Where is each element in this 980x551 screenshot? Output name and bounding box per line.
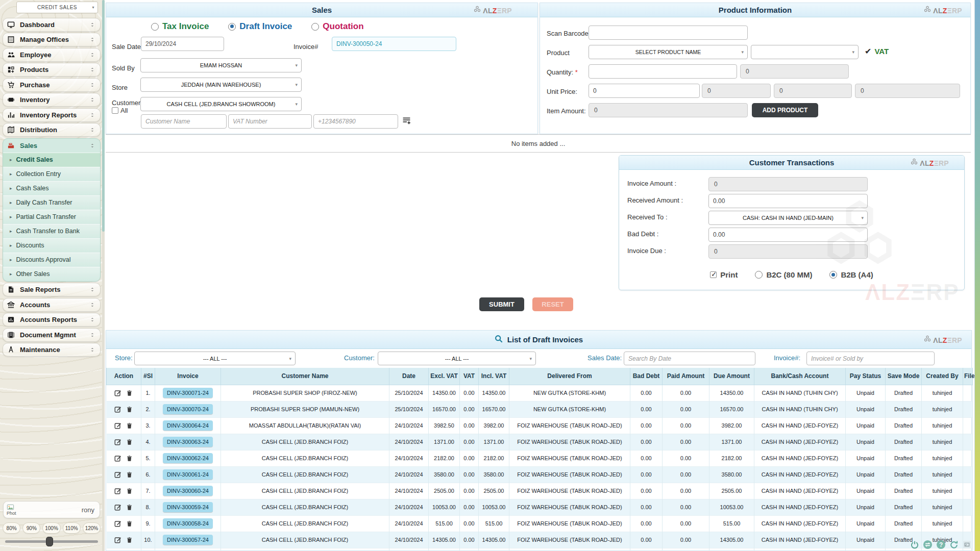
invoice-chip[interactable]: DINV-300061-24 xyxy=(163,469,213,480)
invoice-chip[interactable]: DINV-300057-24 xyxy=(163,535,213,545)
invoice-type-quotation[interactable]: Quotation xyxy=(311,21,363,32)
invoice-type-draft-invoice[interactable]: Draft Invoice xyxy=(228,21,292,32)
sidebar-item-manage-offices[interactable]: Manage Offices xyxy=(3,33,101,46)
product-unit-select[interactable]: ▾ xyxy=(751,45,859,59)
filter-invoice-input[interactable] xyxy=(806,352,935,365)
trash-icon[interactable] xyxy=(126,455,133,462)
invoice-chip[interactable]: DINV-300071-24 xyxy=(163,388,213,398)
add-product-button[interactable]: ADD PRODUCT xyxy=(752,103,818,117)
trash-icon[interactable] xyxy=(126,537,133,543)
invoice-chip[interactable]: DINV-300064-24 xyxy=(163,420,213,431)
trash-icon[interactable] xyxy=(126,520,133,527)
radio-icon[interactable] xyxy=(228,23,236,31)
edit-icon[interactable] xyxy=(114,422,121,429)
sidebar-subitem-discounts-approval[interactable]: ▸Discounts Approval xyxy=(3,253,100,267)
invoice-chip[interactable]: DINV-300063-24 xyxy=(163,437,213,447)
sidebar-item-document-mgmnt[interactable]: Document Mgmnt xyxy=(3,328,101,342)
sidebar-item-distribution[interactable]: Distribution xyxy=(3,123,101,137)
sidebar-item-employee[interactable]: Employee xyxy=(3,48,101,62)
ct-field-input[interactable] xyxy=(708,228,868,242)
customer-select[interactable]: CASH CELL (JED.BRANCH SHOWROOM)▾ xyxy=(140,97,302,111)
radio-icon[interactable] xyxy=(311,23,319,31)
trash-icon[interactable] xyxy=(126,471,133,478)
store-select[interactable]: JEDDAH (MAIN WAREHOUSE)▾ xyxy=(140,78,302,92)
invoice-chip[interactable]: DINV-300060-24 xyxy=(163,486,213,496)
sidebar-subitem-collection-entry[interactable]: ▸Collection Entry xyxy=(3,167,100,181)
sidebar-item-sale-reports[interactable]: Sale Reports xyxy=(3,283,101,296)
sidebar-item-inventory[interactable]: Inventory xyxy=(3,93,101,107)
sidebar-item-products[interactable]: Products xyxy=(3,63,101,77)
vat-number-input[interactable] xyxy=(228,114,312,129)
sidebar-subitem-other-sales[interactable]: ▸Other Sales xyxy=(3,267,100,281)
print-checkbox[interactable] xyxy=(710,271,717,278)
trash-icon[interactable] xyxy=(126,406,133,413)
sidebar-subitem-daily-cash-transfer[interactable]: ▸Daily Cash Transfer xyxy=(3,195,100,210)
print-format-b2b-a4[interactable]: B2B (A4) xyxy=(829,270,873,279)
product-select[interactable]: SELECT PRODUCT NAME▾ xyxy=(589,45,748,59)
sidebar-subitem-discounts[interactable]: ▸Discounts xyxy=(3,238,100,253)
invoice-chip[interactable]: DINV-300059-24 xyxy=(163,502,213,512)
invoice-chip[interactable]: DINV-300062-24 xyxy=(163,453,213,463)
invoice-chip[interactable]: DINV-300058-24 xyxy=(163,518,213,529)
sidebar-item-dashboard[interactable]: Dashboard xyxy=(3,18,101,32)
print-toggle[interactable]: Print xyxy=(710,270,738,279)
trash-icon[interactable] xyxy=(126,439,133,445)
edit-icon[interactable] xyxy=(114,389,121,396)
sidebar-item-accounts[interactable]: Accounts xyxy=(3,298,101,312)
sidebar-item-sales[interactable]: Sales xyxy=(3,139,100,153)
received-to-select[interactable]: CASH: CASH IN HAND (JED-MAIN)▾ xyxy=(708,211,868,225)
user-card[interactable]: Phot rony xyxy=(3,501,100,518)
submit-button[interactable]: SUBMIT xyxy=(479,297,524,311)
sidebar-subitem-cash-transfer-to-bank[interactable]: ▸Cash Transfer to Bank xyxy=(3,224,100,238)
customer-name-input[interactable] xyxy=(141,114,227,129)
filter-customer-select[interactable]: --- ALL ---▾ xyxy=(378,352,536,365)
zoom-slider-handle[interactable] xyxy=(46,537,53,546)
sale-date-input[interactable] xyxy=(141,37,224,51)
sidebar-subitem-cash-sales[interactable]: ▸Cash Sales xyxy=(3,181,100,195)
trash-icon[interactable] xyxy=(126,488,133,494)
zoom-slider[interactable] xyxy=(5,540,98,543)
trash-icon[interactable] xyxy=(126,504,133,511)
trash-icon[interactable] xyxy=(126,390,133,396)
fullscreen-icon[interactable] xyxy=(962,540,972,549)
sidebar-subitem-credit-sales[interactable]: ▸Credit Sales xyxy=(3,153,100,167)
edit-icon[interactable] xyxy=(114,455,121,462)
vat-toggle[interactable]: ✔ VAT xyxy=(865,46,889,56)
transfer-icon[interactable] xyxy=(923,540,933,549)
sidebar-item-accounts-reports[interactable]: Accounts Reports xyxy=(3,313,101,327)
zoom-level-80[interactable]: 80% xyxy=(3,522,20,534)
radio-icon[interactable] xyxy=(151,23,159,31)
sold-by-select[interactable]: EMAM HOSSAN▾ xyxy=(140,58,302,72)
refresh-icon[interactable] xyxy=(949,540,959,549)
sidebar-item-inventory-reports[interactable]: Inventory Reports xyxy=(3,108,101,122)
scan-barcode-input[interactable] xyxy=(589,26,748,40)
customer-all-toggle[interactable]: All xyxy=(112,107,128,114)
main-vertical-scrollbar[interactable] xyxy=(974,0,980,551)
office-selector[interactable]: CREDIT SALES ▾ xyxy=(16,2,98,13)
edit-icon[interactable] xyxy=(114,438,121,445)
power-icon[interactable] xyxy=(910,540,919,549)
help-icon[interactable]: ? xyxy=(936,540,946,549)
edit-icon[interactable] xyxy=(114,471,121,478)
invoice-no-input[interactable] xyxy=(332,37,456,51)
ct-field-input[interactable] xyxy=(708,194,868,208)
zoom-level-110[interactable]: 110% xyxy=(63,522,81,534)
reset-button[interactable]: RESET xyxy=(532,297,573,311)
zoom-level-90[interactable]: 90% xyxy=(22,522,40,534)
unit-price-input[interactable] xyxy=(589,84,700,98)
invoice-chip[interactable]: DINV-300070-24 xyxy=(163,404,213,414)
edit-icon[interactable] xyxy=(114,536,121,543)
print-format-b2c-80-mm[interactable]: B2C (80 MM) xyxy=(755,270,812,279)
radio-icon[interactable] xyxy=(829,271,837,279)
sidebar-subitem-partial-cash-transfer[interactable]: ▸Partial Cash Transfer xyxy=(3,210,100,224)
phone-input[interactable] xyxy=(313,114,398,129)
zoom-level-120[interactable]: 120% xyxy=(83,522,101,534)
quantity-input[interactable] xyxy=(589,64,737,79)
sidebar-item-maintenance[interactable]: Maintenance xyxy=(3,343,101,357)
filter-store-select[interactable]: --- ALL ---▾ xyxy=(134,352,296,365)
trash-icon[interactable] xyxy=(126,422,133,429)
edit-icon[interactable] xyxy=(114,504,121,511)
customer-all-checkbox[interactable] xyxy=(112,107,118,114)
edit-icon[interactable] xyxy=(114,520,121,527)
edit-icon[interactable] xyxy=(114,487,121,494)
